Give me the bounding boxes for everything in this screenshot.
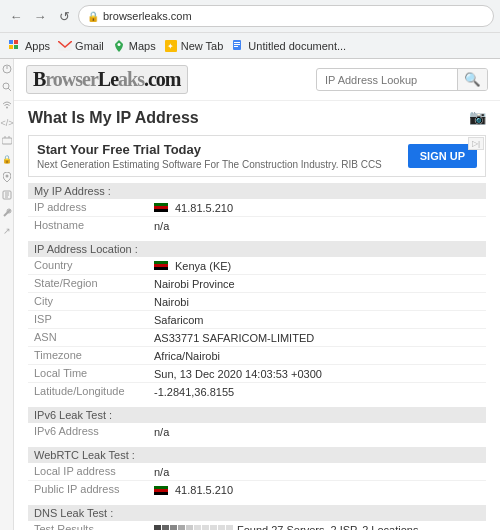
- webrtc-local-value: n/a: [154, 465, 169, 478]
- sidebar-icon-2[interactable]: [1, 81, 13, 93]
- site-logo[interactable]: BrowserLeaks.com: [26, 65, 188, 94]
- sidebar-icon-code[interactable]: </>: [1, 117, 13, 129]
- ip-address-value: 41.81.5.210: [154, 201, 233, 214]
- city-label: City: [34, 295, 154, 308]
- webrtc-public-label: Public IP address: [34, 483, 154, 497]
- localtime-row: Local Time Sun, 13 Dec 2020 14:03:53 +03…: [28, 365, 486, 383]
- bookmark-maps[interactable]: Maps: [112, 39, 156, 53]
- gmail-label: Gmail: [75, 40, 104, 52]
- sidebar-icon-1[interactable]: [1, 63, 13, 75]
- svg-point-5: [117, 43, 120, 46]
- page-title-bar: 📷 What Is My IP Address: [14, 101, 500, 131]
- ke-flag-icon: [154, 203, 168, 212]
- hostname-value: n/a: [154, 219, 169, 233]
- svg-rect-3: [14, 45, 18, 49]
- maps-icon: [112, 39, 126, 53]
- svg-rect-17: [2, 138, 12, 144]
- isp-value: Safaricom: [154, 313, 204, 326]
- apps-label: Apps: [25, 40, 50, 52]
- ad-label: ▷|: [468, 137, 484, 150]
- ipv6-address-value: n/a: [154, 425, 169, 439]
- svg-rect-9: [234, 42, 240, 43]
- svg-text:✦: ✦: [167, 42, 174, 51]
- country-row: Country Kenya (KE): [28, 257, 486, 275]
- bookmark-gmail[interactable]: Gmail: [58, 39, 104, 53]
- svg-rect-0: [9, 40, 13, 44]
- logo-bar: BrowserLeaks.com 🔍: [14, 59, 500, 101]
- search-button[interactable]: 🔍: [457, 69, 487, 90]
- ip-location-section: IP Address Location : Country Kenya (KE)…: [28, 241, 486, 401]
- webrtc-local-row: Local IP address n/a: [28, 463, 486, 481]
- camera-icon[interactable]: 📷: [469, 109, 486, 125]
- asn-row: ASN AS33771 SAFARICOM-LIMITED: [28, 329, 486, 347]
- back-button[interactable]: ←: [6, 6, 26, 26]
- bookmark-doc[interactable]: Untitled document...: [231, 39, 346, 53]
- timezone-row: Timezone Africa/Nairobi: [28, 347, 486, 365]
- sidebar-icon-location[interactable]: [1, 171, 13, 183]
- webrtc-section: WebRTC Leak Test : Local IP address n/a …: [28, 447, 486, 499]
- sidebar-icon-5[interactable]: [1, 189, 13, 201]
- ipv6-section: IPv6 Leak Test : IPv6 Address n/a: [28, 407, 486, 441]
- asn-label: ASN: [34, 331, 154, 344]
- ad-content: Start Your Free Trial Today Next Generat…: [37, 142, 382, 170]
- dns-results-row: Test Results Found 27 Servers: [28, 521, 486, 530]
- ke-flag-webrtc-icon: [154, 486, 168, 495]
- bookmark-apps[interactable]: Apps: [8, 39, 50, 53]
- latlon-value: -1.2841,36.8155: [154, 385, 234, 399]
- ad-subtext: Next Generation Estimating Software For …: [37, 159, 382, 170]
- svg-point-16: [6, 107, 8, 109]
- sidebar-icon-3[interactable]: [1, 135, 13, 147]
- address-bar[interactable]: 🔒 browserleaks.com: [78, 5, 494, 27]
- my-ip-header: My IP Address :: [28, 183, 486, 199]
- dns-results-value: Found 27 Servers, 2 ISP, 2 Locations: [154, 523, 418, 530]
- ip-address-label: IP address: [34, 201, 154, 214]
- city-value: Nairobi: [154, 295, 189, 308]
- webrtc-public-row: Public IP address 41.81.5.210: [28, 481, 486, 499]
- ipv6-header: IPv6 Leak Test :: [28, 407, 486, 423]
- url-text: browserleaks.com: [103, 10, 192, 22]
- state-label: State/Region: [34, 277, 154, 290]
- apps-grid-icon: [8, 39, 22, 53]
- forward-button[interactable]: →: [30, 6, 50, 26]
- sidebar-icon-tool[interactable]: [1, 207, 13, 219]
- country-value: Kenya (KE): [154, 259, 231, 272]
- webrtc-header: WebRTC Leak Test :: [28, 447, 486, 463]
- state-value: Nairobi Province: [154, 277, 235, 290]
- country-label: Country: [34, 259, 154, 272]
- isp-label: ISP: [34, 313, 154, 326]
- sidebar-icon-arrow[interactable]: ↗: [1, 225, 13, 237]
- ad-signup-button[interactable]: SIGN UP: [408, 144, 477, 168]
- sidebar-icon-wifi[interactable]: [1, 99, 13, 111]
- ipv6-address-row: IPv6 Address n/a: [28, 423, 486, 441]
- dns-section: DNS Leak Test : Test Results: [28, 505, 486, 530]
- dns-results-summary: Found 27 Servers, 2 ISP, 2 Locations: [237, 524, 418, 531]
- lock-icon: 🔒: [87, 11, 99, 22]
- svg-rect-1: [14, 40, 18, 44]
- svg-rect-11: [234, 46, 238, 47]
- latlon-label: Latitude/Longitude: [34, 385, 154, 399]
- timezone-label: Timezone: [34, 349, 154, 362]
- isp-row: ISP Safaricom: [28, 311, 486, 329]
- dns-results-label: Test Results: [34, 523, 154, 530]
- ip-search-box[interactable]: 🔍: [316, 68, 488, 91]
- ip-location-header: IP Address Location :: [28, 241, 486, 257]
- dns-progress-bar: [154, 525, 233, 530]
- ip-search-input[interactable]: [317, 71, 457, 89]
- webrtc-public-value: 41.81.5.210: [154, 483, 233, 497]
- timezone-value: Africa/Nairobi: [154, 349, 220, 362]
- asn-value: AS33771 SAFARICOM-LIMITED: [154, 331, 314, 344]
- reload-button[interactable]: ↺: [54, 6, 74, 26]
- gmail-icon: [58, 39, 72, 53]
- doc-icon: [231, 39, 245, 53]
- city-row: City Nairobi: [28, 293, 486, 311]
- hostname-label: Hostname: [34, 219, 154, 233]
- svg-point-20: [6, 175, 9, 178]
- ke-flag-country-icon: [154, 261, 168, 270]
- dns-header: DNS Leak Test :: [28, 505, 486, 521]
- my-ip-section: My IP Address : IP address 41.81.5.210 H…: [28, 183, 486, 235]
- ipv6-address-label: IPv6 Address: [34, 425, 154, 439]
- sidebar-icon-4[interactable]: 🔒: [1, 153, 13, 165]
- localtime-value: Sun, 13 Dec 2020 14:03:53 +0300: [154, 367, 322, 380]
- bookmark-newtab[interactable]: ✦ New Tab: [164, 39, 224, 53]
- svg-line-15: [8, 88, 11, 91]
